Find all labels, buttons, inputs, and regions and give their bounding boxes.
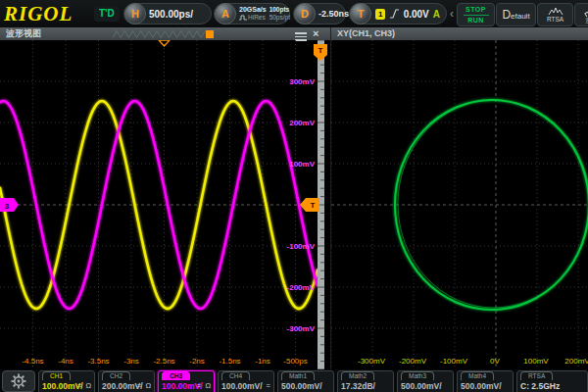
waveform-view-titlebar[interactable]: 波形视图 × — [0, 27, 330, 40]
rising-edge-icon — [389, 8, 399, 20]
trigger-settings-pill[interactable]: T 1 0.00V A — [349, 3, 447, 24]
xy-axis-label: -100mV — [440, 357, 468, 366]
default-button[interactable]: Default — [496, 3, 536, 26]
coupling-impedance-icons: = Ω — [197, 381, 212, 390]
measure-button[interactable]: 测量 — [574, 3, 588, 26]
spectrum-icon — [548, 7, 564, 16]
default-label: Default — [502, 8, 529, 22]
voltage-axis-label: -200mV — [287, 283, 316, 292]
channel-box-math1[interactable]: Math1500.00mV/ — [277, 370, 334, 392]
time-axis-label: -1.5ns — [219, 357, 240, 366]
xy-lissajous-trace-ghost — [398, 100, 588, 308]
xy-axis-label: 200mV — [564, 357, 588, 366]
svg-text:T: T — [318, 46, 323, 55]
xy-view-title: XY(CH1, CH3) — [337, 28, 395, 38]
voltage-axis-label: 300mV — [289, 77, 315, 86]
trigger-level-value: 0.00V — [404, 9, 429, 20]
channel-status-bar: CH1100.00mV/= ΩCH2200.00mV/= ΩCH3100.00m… — [0, 369, 588, 392]
horizontal-button[interactable]: H — [124, 3, 146, 24]
trigger-button[interactable]: T — [350, 3, 371, 24]
channel-tab-label: Math1 — [281, 371, 315, 380]
channel-box-math2[interactable]: Math217.32dB/ — [337, 370, 394, 392]
rtsa-label: RTSA — [547, 16, 564, 23]
coupling-impedance-icons: = — [267, 381, 271, 390]
trigger-level-marker[interactable]: T — [300, 198, 319, 212]
channel-tab-label: CH4 — [221, 371, 250, 380]
settings-gear-button[interactable] — [2, 370, 35, 392]
pulse-icon — [239, 15, 247, 21]
waveform-view-title: 波形视图 — [6, 28, 41, 38]
run-stop-button[interactable]: STOP RUN — [457, 3, 495, 26]
acquire-button[interactable]: A — [215, 3, 236, 24]
run-label: RUN — [467, 17, 484, 24]
channel-box-math3[interactable]: Math3500.00mV/ — [397, 370, 454, 392]
channel-box-rtsa[interactable]: RTSAC: 2.5GHz — [516, 370, 588, 392]
time-axis-label: -3.5ns — [87, 357, 109, 366]
channel-box-ch4[interactable]: CH4100.00mV/= — [218, 370, 274, 392]
channel-scale-value: 500.00mV/ — [401, 381, 442, 391]
ruler-icon — [584, 7, 588, 17]
channel-scale-value: 100.00mV/ — [221, 381, 263, 391]
channel-tab-label: Math4 — [461, 371, 494, 380]
channel-box-ch2[interactable]: CH2200.00mV/= Ω — [98, 370, 155, 392]
channel-tab-label: CH2 — [102, 371, 130, 380]
horizontal-settings-pill[interactable]: H 500.00ps/ — [123, 3, 212, 24]
trigger-status-badge: T'D — [94, 6, 120, 22]
channel-tab-label: Math2 — [341, 371, 374, 380]
delay-button[interactable]: D — [294, 3, 316, 24]
channel-scale-value: 500.00mV/ — [461, 381, 502, 391]
xy-plot: -300mV-200mV-100mV0V100mV200mV — [331, 40, 588, 369]
channel-scale-value: C: 2.5GHz — [520, 381, 560, 391]
oscilloscope-screen: RIGOL T'D H 500.00ps/ A 20GSa/s HiRes 10… — [0, 0, 588, 392]
time-axis-label: -500ps — [283, 357, 307, 366]
svg-text:3: 3 — [5, 202, 10, 211]
divider — [464, 15, 489, 16]
time-axis-label: -4ns — [58, 357, 74, 366]
xy-axis-label: 0V — [490, 357, 500, 366]
coupling-impedance-icons: = Ω — [77, 381, 92, 390]
voltage-axis-label: -300mV — [287, 324, 316, 333]
trigger-source-badge: 1 — [375, 9, 385, 20]
time-axis-label: -2.5ns — [153, 357, 174, 366]
channel-box-ch3[interactable]: CH3100.00mV/= Ω — [158, 370, 215, 392]
time-axis-label: -1ns — [255, 357, 270, 366]
collapse-chevron-icon[interactable]: ‹ — [450, 7, 454, 21]
voltage-axis-label: 100mV — [289, 160, 315, 169]
waveform-overview-strip[interactable] — [113, 29, 215, 39]
trigger-sweep-mode: A — [433, 9, 440, 20]
xy-axis-label: -200mV — [399, 357, 427, 366]
stop-label: STOP — [466, 6, 486, 14]
acquisition-settings-pill[interactable]: A 20GSa/s HiRes 100pts 50ps/pt — [214, 3, 290, 24]
svg-text:T: T — [311, 201, 316, 210]
time-domain-plot: 300mV200mV100mV-100mV-200mV-300mV -4.5ns… — [0, 40, 330, 369]
rtsa-button[interactable]: RTSA — [537, 3, 573, 26]
channel-box-ch1[interactable]: CH1100.00mV/= Ω — [38, 370, 95, 392]
time-axis-label: -3ns — [123, 357, 139, 366]
channel-scale-value: 500.00mV/ — [281, 381, 322, 391]
xy-axis-label: 100mV — [523, 357, 549, 366]
trigger-position-flag[interactable]: T — [314, 44, 327, 61]
xy-axis-label: -300mV — [358, 357, 386, 366]
channel-tab-label: Math3 — [401, 371, 434, 380]
time-axis-label: -2ns — [189, 357, 205, 366]
memory-depth: 100pts — [270, 6, 290, 14]
time-axis-label: -4.5ns — [22, 357, 43, 366]
channel-tab-label: CH1 — [42, 371, 71, 380]
channel-scale-value: 17.32dB/ — [341, 381, 375, 391]
horizontal-offset: -2.50ns — [318, 9, 349, 19]
channel-box-math4[interactable]: Math4500.00mV/ — [457, 370, 514, 392]
acq-mode: HiRes — [248, 14, 266, 22]
overview-trigger-marker[interactable] — [206, 30, 214, 38]
close-icon[interactable]: × — [313, 27, 324, 40]
channel-tab-label: CH3 — [162, 371, 190, 380]
gear-icon — [11, 373, 26, 389]
sample-rate: 20GSa/s — [239, 6, 267, 14]
timebase-value: 500.00ps/ — [149, 9, 193, 20]
top-toolbar: RIGOL T'D H 500.00ps/ A 20GSa/s HiRes 10… — [0, 0, 588, 28]
coupling-impedance-icons: = Ω — [137, 381, 152, 390]
delay-settings-pill[interactable]: D -2.50ns — [293, 3, 346, 24]
voltage-axis-label: -100mV — [287, 242, 316, 251]
xy-view-titlebar[interactable]: XY(CH1, CH3) — [331, 27, 588, 40]
rigol-logo: RIGOL — [4, 1, 73, 26]
ch3-position-marker[interactable]: 3 — [0, 198, 19, 212]
